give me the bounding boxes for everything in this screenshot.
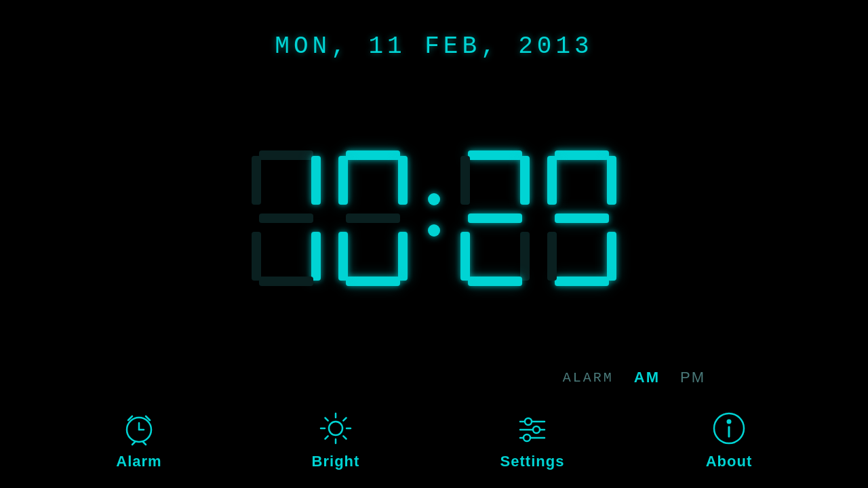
digit-container	[249, 150, 619, 286]
svg-line-13	[343, 436, 346, 439]
colon	[428, 193, 440, 243]
bright-nav-label: Bright	[312, 453, 360, 470]
nav-bright[interactable]: Bright	[275, 411, 397, 470]
svg-line-14	[343, 418, 346, 421]
digit-1	[249, 150, 323, 286]
about-icon	[711, 411, 747, 446]
alarm-nav-label: Alarm	[116, 453, 161, 470]
am-indicator: AM	[634, 369, 660, 386]
svg-point-7	[329, 422, 342, 435]
svg-line-6	[143, 442, 146, 445]
indicators: ALARM AM PM	[563, 369, 705, 386]
svg-point-19	[533, 426, 540, 433]
colon-top	[428, 193, 440, 205]
digit-4	[545, 150, 619, 286]
about-nav-label: About	[706, 453, 753, 470]
nav-alarm[interactable]: Alarm	[78, 411, 200, 470]
nav-about[interactable]: About	[668, 411, 790, 470]
svg-point-24	[728, 420, 731, 424]
pm-indicator: PM	[680, 369, 705, 386]
bottom-nav: Alarm Bright	[0, 393, 868, 488]
svg-line-5	[132, 442, 135, 445]
nav-settings[interactable]: Settings	[471, 411, 593, 470]
brightness-icon	[318, 411, 353, 446]
digit-3	[458, 150, 532, 286]
digit-2	[336, 150, 410, 286]
alarm-icon	[121, 411, 157, 446]
svg-line-12	[326, 418, 328, 421]
svg-line-15	[326, 436, 328, 439]
settings-icon	[515, 411, 550, 446]
svg-point-21	[524, 434, 530, 441]
colon-bottom	[428, 224, 440, 237]
clock-container	[249, 47, 619, 389]
svg-point-17	[525, 418, 532, 425]
alarm-indicator: ALARM	[563, 370, 614, 386]
settings-nav-label: Settings	[500, 453, 565, 470]
